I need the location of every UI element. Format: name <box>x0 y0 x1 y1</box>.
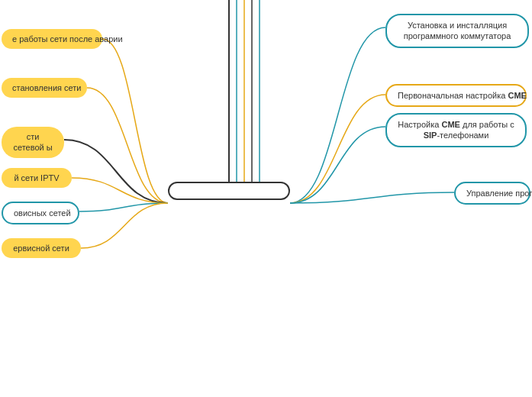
right-node-2: Первоначальная настройка CME <box>385 84 527 107</box>
center-node <box>168 182 290 200</box>
left-node-4: й сети IPTV <box>2 168 72 188</box>
left-node-1: е работы сети после аварии <box>2 29 102 49</box>
left-node-3: сти сетевой ы <box>2 127 64 158</box>
left-node-5: овисных сетей <box>2 202 79 224</box>
right-node-4: Управление програм... <box>454 182 530 205</box>
left-node-6: ервисной сети <box>2 238 81 258</box>
right-node-3: Настройка CME для работы с SIP-телефонам… <box>385 113 527 147</box>
right-node-1: Установка и инсталляция программного ком… <box>385 14 529 48</box>
left-node-2: становления сети <box>2 78 87 98</box>
